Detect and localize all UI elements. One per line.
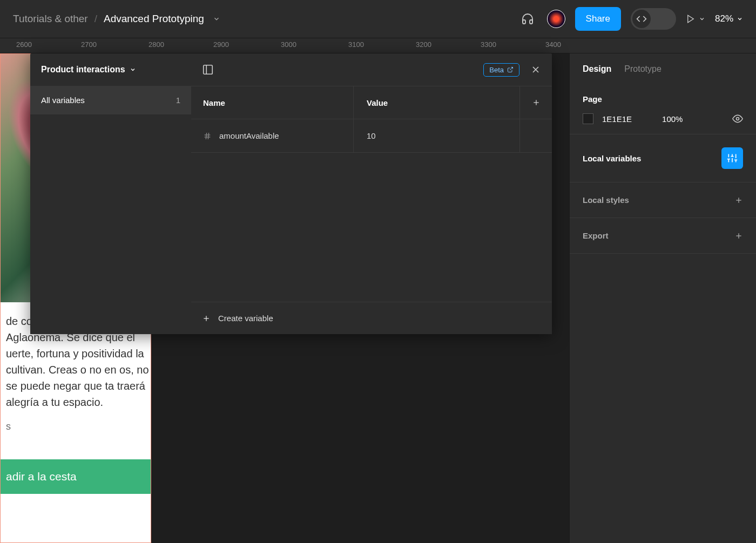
svg-line-11: [208, 133, 208, 139]
local-styles-section: Local styles: [570, 182, 756, 218]
svg-marker-0: [688, 15, 694, 23]
ruler-tick: 3000: [281, 40, 296, 49]
variables-settings-button[interactable]: [721, 147, 743, 169]
ruler-tick: 3300: [481, 40, 496, 49]
local-styles-label: Local styles: [583, 195, 629, 205]
add-style-button[interactable]: [734, 196, 743, 205]
share-button[interactable]: Share: [575, 7, 621, 31]
add-to-cart-button[interactable]: adir a la cesta: [1, 459, 151, 494]
export-section: Export: [570, 218, 756, 254]
sidebar-item-label: All variables: [41, 96, 85, 105]
variable-value[interactable]: 10: [353, 119, 519, 152]
product-subtext: s: [1, 421, 151, 432]
column-header-name: Name: [191, 98, 353, 107]
column-header-value: Value: [353, 86, 519, 119]
canvas[interactable]: de color en tu casa con esta Aglaonema. …: [0, 53, 756, 543]
add-mode-button[interactable]: [519, 86, 552, 119]
ruler-tick: 2800: [148, 40, 164, 49]
breadcrumb-current[interactable]: Advanced Prototyping: [104, 13, 204, 25]
page-color-swatch[interactable]: [583, 113, 593, 124]
page-section: Page 1E1E1E 100%: [570, 85, 756, 134]
beta-label: Beta: [489, 66, 504, 74]
ruler-tick: 2900: [213, 40, 229, 49]
export-label: Export: [583, 231, 609, 240]
visibility-icon[interactable]: [732, 113, 743, 124]
breadcrumb-parent[interactable]: Tutorials & other: [13, 13, 88, 25]
variables-table-header: Name Value: [191, 86, 552, 119]
page-color-value[interactable]: 1E1E1E: [602, 114, 632, 124]
variable-row[interactable]: amountAvailable 10: [191, 119, 552, 153]
page-opacity-value[interactable]: 100%: [662, 114, 683, 124]
avatar[interactable]: [547, 10, 565, 28]
horizontal-ruler: 2600 2700 2800 2900 3000 3100 3200 3300 …: [0, 38, 756, 53]
svg-point-14: [737, 118, 739, 120]
sidebar-item-count: 1: [176, 96, 180, 105]
svg-line-10: [206, 133, 206, 139]
sidebar-tabs: Design Prototype: [570, 53, 756, 85]
code-icon: [632, 10, 651, 28]
ruler-tick: 2700: [81, 40, 97, 49]
breadcrumb-separator: /: [94, 13, 97, 25]
sidebar-toggle-icon[interactable]: [202, 64, 214, 76]
zoom-level[interactable]: 82%: [715, 13, 743, 24]
create-variable-button[interactable]: Create variable: [191, 302, 552, 334]
svg-rect-1: [204, 65, 213, 74]
collection-name: Product interactions: [41, 65, 125, 74]
sidebar-item-all-variables[interactable]: All variables 1: [30, 86, 191, 114]
ruler-tick: 3100: [348, 40, 364, 49]
dev-mode-toggle[interactable]: [631, 8, 676, 30]
tab-prototype[interactable]: Prototype: [624, 64, 661, 74]
add-export-button[interactable]: [734, 232, 743, 240]
create-variable-label: Create variable: [218, 314, 273, 323]
top-bar: Tutorials & other / Advanced Prototyping…: [0, 0, 756, 38]
ruler-tick: 3400: [545, 40, 561, 49]
variable-name: amountAvailable: [219, 131, 279, 140]
zoom-value: 82%: [715, 13, 733, 24]
local-variables-section: Local variables: [570, 134, 756, 182]
variables-sidebar: All variables 1: [30, 86, 191, 334]
number-type-icon: [203, 132, 212, 140]
close-icon[interactable]: [530, 64, 541, 75]
tab-design[interactable]: Design: [583, 64, 611, 74]
svg-line-3: [510, 67, 513, 71]
present-button[interactable]: [686, 14, 705, 24]
variables-panel: Product interactions Beta All variabl: [30, 53, 552, 334]
headphones-icon[interactable]: [518, 9, 537, 29]
page-section-title: Page: [583, 94, 743, 104]
breadcrumb: Tutorials & other / Advanced Prototyping: [13, 13, 220, 25]
chevron-down-icon[interactable]: [213, 15, 220, 23]
ruler-tick: 3200: [416, 40, 431, 49]
right-sidebar: Design Prototype Page 1E1E1E 100% Local …: [569, 53, 756, 543]
beta-badge[interactable]: Beta: [483, 63, 519, 77]
ruler-tick: 2600: [16, 40, 32, 49]
collection-selector[interactable]: Product interactions: [30, 65, 191, 74]
local-variables-label: Local variables: [583, 154, 641, 163]
